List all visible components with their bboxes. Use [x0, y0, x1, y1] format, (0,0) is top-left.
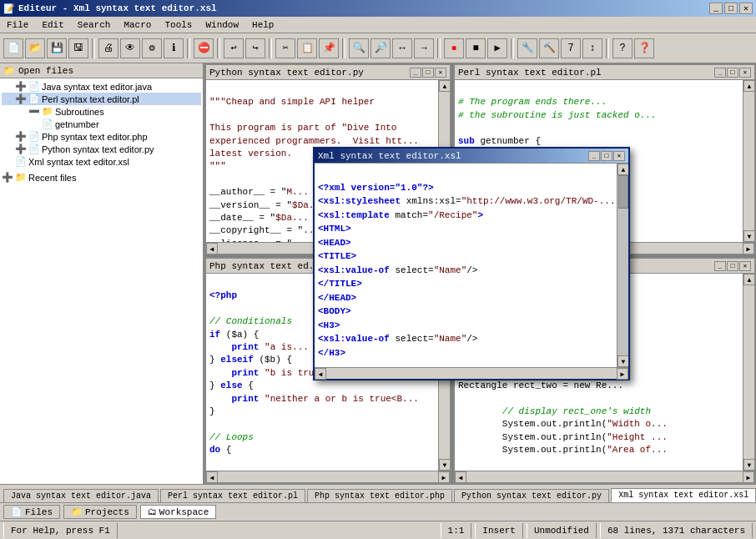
undo-button[interactable]: ↩: [224, 38, 244, 58]
xml-content[interactable]: <?xml version="1.0"?> <xsl:stylesheet xm…: [315, 164, 617, 367]
paste-button[interactable]: 📌: [319, 38, 339, 58]
php-scroll-left[interactable]: ◀: [206, 471, 218, 483]
replace-button[interactable]: ↔: [392, 38, 412, 58]
tree-php[interactable]: ➕ 📄 Php syntax text editor.php: [2, 130, 201, 143]
help-button[interactable]: ?: [612, 38, 633, 58]
menu-tools[interactable]: Tools: [161, 18, 195, 32]
tree-py-label: Python syntax text editor.py: [42, 144, 154, 154]
java-scroll-right[interactable]: ▶: [743, 471, 754, 483]
open-button[interactable]: 📂: [25, 38, 45, 58]
find-button[interactable]: 🔍: [349, 38, 369, 58]
perl-win-controls: _ □ ✕: [714, 68, 751, 78]
file-panel-header: 📁 Open files: [0, 63, 203, 78]
new-button[interactable]: 📄: [3, 38, 23, 58]
tree-xml[interactable]: 📄 Xml syntax text editor.xsl: [2, 155, 201, 168]
menu-file[interactable]: File: [3, 18, 32, 32]
tree-python[interactable]: ➕ 📄 Python syntax text editor.py: [2, 143, 201, 155]
python-close[interactable]: ✕: [435, 68, 446, 78]
print-button[interactable]: 🖨: [98, 38, 118, 58]
play-button[interactable]: ▶: [487, 38, 507, 58]
toolbar-sep-5: [342, 38, 345, 58]
files-button[interactable]: 📄 Files: [3, 505, 60, 519]
python-scroll-left[interactable]: ◀: [206, 243, 218, 254]
title-bar: 📝 Editeur - Xml syntax text editor.xsl _…: [0, 0, 756, 17]
record-button[interactable]: ●: [444, 38, 464, 58]
position-status: 1:1: [441, 523, 472, 538]
perl-scroll-down[interactable]: ▼: [743, 230, 754, 242]
xml-scroll-right[interactable]: ▶: [617, 368, 628, 380]
about-button[interactable]: ❓: [634, 38, 654, 58]
info-button[interactable]: ℹ: [164, 38, 184, 58]
minimize-button[interactable]: _: [709, 3, 723, 14]
java-close[interactable]: ✕: [739, 261, 751, 271]
menu-help[interactable]: Help: [249, 18, 277, 32]
perl-title-bar[interactable]: Perl syntax text editor.pl _ □ ✕: [455, 65, 754, 80]
maximize-button[interactable]: □: [724, 3, 738, 14]
tab-perl[interactable]: Perl syntax text editor.pl: [160, 489, 305, 502]
xml-scroll-thumb[interactable]: [618, 175, 628, 209]
tree-getnumber[interactable]: 📄 getnumber: [2, 118, 201, 130]
python-scroll-up[interactable]: ▲: [439, 80, 450, 92]
perl-scroll-right[interactable]: ▶: [743, 243, 754, 254]
stop-record-button[interactable]: ■: [466, 38, 486, 58]
java-minimize[interactable]: _: [714, 261, 726, 271]
workspace-label: Workspace: [159, 507, 209, 517]
menu-search[interactable]: Search: [74, 18, 114, 32]
xml-scroll-down[interactable]: ▼: [617, 355, 628, 367]
cut-button[interactable]: ✂: [275, 38, 295, 58]
menu-window[interactable]: Window: [202, 18, 242, 32]
tab-java[interactable]: Java syntax text editor.java: [3, 489, 159, 502]
folder-icon-recent: 📁: [15, 172, 27, 183]
tab-xml[interactable]: Xml syntax text editor.xsl: [611, 488, 756, 502]
save-all-button[interactable]: 🖫: [68, 38, 88, 58]
tree-subroutines[interactable]: ➖ 📁 Subroutines: [2, 105, 201, 118]
perl-minimize[interactable]: _: [714, 68, 726, 78]
expand-icon-recent: ➕: [2, 172, 13, 183]
java-win-controls: _ □ ✕: [714, 261, 751, 271]
copy-button[interactable]: 📋: [297, 38, 317, 58]
workspace-button[interactable]: 🗂 Workspace: [140, 505, 216, 519]
menu-edit[interactable]: Edit: [38, 18, 67, 32]
xml-scroll-left[interactable]: ◀: [315, 368, 326, 380]
java-scroll-left[interactable]: ◀: [455, 471, 466, 483]
stop-button[interactable]: ⛔: [194, 38, 214, 58]
tab-php[interactable]: Php syntax text editor.php: [307, 489, 452, 502]
tab-python[interactable]: Python syntax text editor.py: [454, 489, 609, 502]
xml-maximize[interactable]: □: [601, 151, 612, 161]
python-minimize[interactable]: _: [410, 68, 421, 78]
tools-3-button[interactable]: 7: [561, 38, 581, 58]
tools-1-button[interactable]: 🔧: [517, 38, 537, 58]
preview-button[interactable]: 👁: [120, 38, 140, 58]
xml-minimize[interactable]: _: [588, 151, 600, 161]
java-scroll-up[interactable]: ▲: [743, 274, 754, 285]
close-button[interactable]: ✕: [739, 3, 753, 14]
projects-button[interactable]: 📁 Projects: [63, 505, 137, 519]
php-scroll-right[interactable]: ▶: [438, 471, 450, 483]
python-win-controls: _ □ ✕: [410, 68, 446, 78]
toolbar-sep-4: [269, 38, 272, 58]
xml-scroll-up[interactable]: ▲: [617, 164, 628, 175]
find-next-button[interactable]: 🔎: [370, 38, 391, 58]
toolbar-sep-6: [437, 38, 441, 58]
save-button[interactable]: 💾: [47, 38, 67, 58]
tools-2-button[interactable]: 🔨: [539, 38, 559, 58]
python-title-bar[interactable]: Python syntax text editor.py _ □ ✕: [206, 65, 450, 80]
tree-perl[interactable]: ➕ 📄 Perl syntax text editor.pl: [2, 93, 201, 105]
properties-button[interactable]: ⚙: [142, 38, 162, 58]
redo-button[interactable]: ↪: [245, 38, 265, 58]
php-scroll-down[interactable]: ▼: [439, 459, 450, 471]
tree-java[interactable]: ➕ 📄 Java syntax text editor.java: [2, 80, 201, 93]
xml-title-bar[interactable]: Xml syntax text editor.xsl _ □ ✕: [315, 149, 628, 164]
java-maximize[interactable]: □: [727, 261, 738, 271]
tools-4-button[interactable]: ↕: [582, 38, 602, 58]
tree-recent[interactable]: ➕ 📁 Recent files: [2, 171, 201, 184]
perl-scroll-up[interactable]: ▲: [743, 80, 754, 92]
perl-maximize[interactable]: □: [727, 68, 738, 78]
python-maximize[interactable]: □: [422, 68, 434, 78]
xml-close[interactable]: ✕: [613, 151, 625, 161]
menu-macro[interactable]: Macro: [120, 18, 154, 32]
goto-button[interactable]: →: [414, 38, 434, 58]
xml-hscroll: ◀ ▶: [315, 367, 628, 379]
java-scroll-down[interactable]: ▼: [743, 459, 754, 471]
perl-close[interactable]: ✕: [739, 68, 751, 78]
